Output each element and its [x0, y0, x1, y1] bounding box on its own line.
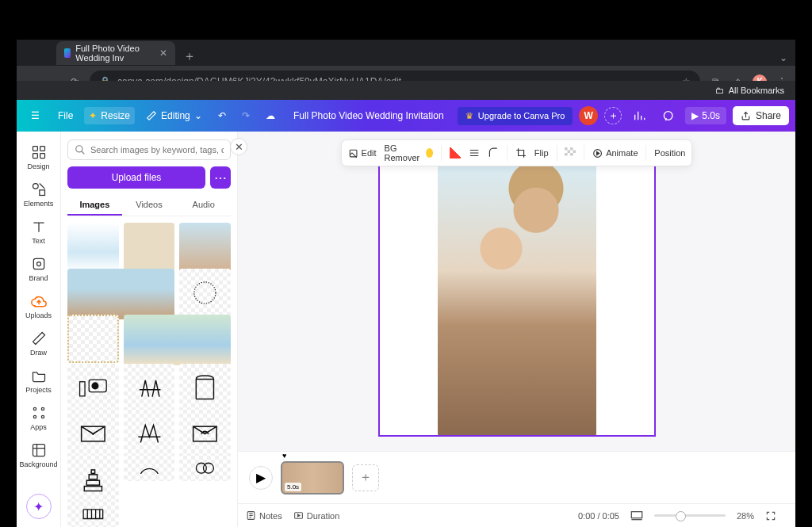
upload-thumb[interactable]	[124, 364, 175, 413]
canva-app: ☰ File ✦Resize Editing⌄ ↶ ↷ ☁ Full Photo…	[17, 100, 795, 527]
rail-uploads[interactable]: Uploads	[18, 288, 59, 324]
upload-thumb[interactable]	[124, 410, 175, 459]
duration-button[interactable]: Duration	[293, 510, 340, 521]
main-area: Design Elements Text Brand Uploads Draw …	[17, 132, 795, 527]
rail-design[interactable]: Design	[18, 139, 59, 175]
tab-close-icon[interactable]: ✕	[159, 48, 167, 59]
tab-audio[interactable]: Audio	[176, 195, 231, 216]
rail-draw[interactable]: Draw	[18, 326, 59, 361]
rail-background[interactable]: Background	[18, 437, 59, 473]
zoom-slider[interactable]	[654, 514, 726, 517]
upload-thumb[interactable]	[124, 223, 175, 272]
upload-thumb[interactable]	[67, 502, 119, 527]
collapse-panel-button[interactable]: ✕	[230, 138, 247, 155]
tab-videos[interactable]: Videos	[122, 195, 177, 216]
upload-more-button[interactable]: ⋯	[210, 166, 231, 189]
animate-button[interactable]: Animate	[592, 148, 638, 158]
new-tab-button[interactable]: ＋	[175, 48, 204, 65]
svg-point-9	[41, 407, 44, 410]
photo-element[interactable]	[438, 161, 596, 435]
upload-thumb[interactable]	[124, 456, 175, 481]
add-scene-button[interactable]: ＋	[352, 464, 379, 491]
upload-thumb[interactable]	[179, 269, 231, 318]
rail-apps[interactable]: Apps	[18, 400, 59, 436]
tab-title: Full Photo Video Wedding Inv	[75, 44, 155, 63]
undo-button[interactable]: ↶	[213, 107, 231, 124]
upload-files-button[interactable]: Upload files	[67, 166, 205, 189]
timeline-clip[interactable]: 5.0s	[281, 461, 344, 495]
corner-rounding-icon[interactable]	[488, 147, 499, 158]
tab-images[interactable]: Images	[67, 195, 122, 216]
time-display: 0:00 / 0:05	[578, 511, 619, 521]
resize-button[interactable]: ✦Resize	[84, 107, 135, 124]
svg-rect-31	[573, 151, 576, 154]
svg-rect-12	[33, 445, 44, 456]
file-menu[interactable]: File	[53, 107, 78, 124]
clip-duration-label: 5.0s	[285, 483, 301, 491]
view-mode-icon[interactable]	[630, 510, 643, 521]
upload-thumb[interactable]	[179, 410, 231, 459]
bottom-bar: Notes Duration 0:00 / 0:05 28%	[238, 503, 795, 527]
favicon-icon	[64, 48, 71, 58]
upload-thumb[interactable]	[67, 315, 119, 364]
upgrade-button[interactable]: ♛Upgrade to Canva Pro	[458, 107, 573, 125]
transparency-icon[interactable]	[565, 147, 576, 158]
svg-rect-2	[33, 154, 37, 158]
svg-point-25	[204, 463, 214, 473]
play-button[interactable]: ▶	[249, 466, 273, 490]
flip-button[interactable]: Flip	[534, 148, 549, 158]
upload-thumb[interactable]	[67, 364, 119, 413]
magic-button[interactable]: ✦	[26, 494, 52, 519]
menu-icon[interactable]: ☰	[23, 110, 47, 121]
border-weight-icon[interactable]	[469, 147, 480, 158]
media-tabs: Images Videos Audio	[67, 195, 231, 216]
edit-image-button[interactable]: Edit	[348, 148, 377, 158]
fullscreen-icon[interactable]	[765, 510, 776, 521]
upload-thumb[interactable]	[67, 410, 119, 459]
favorite-icon[interactable]: ♥	[282, 452, 286, 460]
upload-thumb[interactable]	[67, 269, 174, 319]
rail-elements[interactable]: Elements	[18, 177, 59, 212]
position-button[interactable]: Position	[654, 148, 685, 158]
search-field[interactable]	[90, 145, 224, 155]
upload-thumb[interactable]	[179, 364, 231, 413]
upload-thumb[interactable]	[124, 315, 231, 365]
search-icon	[75, 144, 86, 155]
browser-tab[interactable]: Full Photo Video Wedding Inv ✕	[56, 41, 175, 65]
rail-projects[interactable]: Projects	[18, 363, 59, 399]
play-preview-button[interactable]: ▶ 5.0s	[685, 107, 726, 124]
color-tool-icon[interactable]	[450, 147, 461, 158]
cloud-sync-icon[interactable]: ☁	[261, 107, 280, 124]
user-avatar[interactable]: W	[579, 106, 598, 125]
svg-point-13	[76, 146, 82, 152]
all-bookmarks-link[interactable]: All Bookmarks	[729, 86, 784, 95]
notes-button[interactable]: Notes	[246, 510, 282, 521]
svg-rect-5	[39, 190, 44, 196]
bg-remover-button[interactable]: BG Remover	[385, 143, 434, 162]
share-button[interactable]: Share	[733, 106, 789, 125]
window-dropdown-icon[interactable]: ⌄	[776, 51, 791, 65]
svg-rect-1	[40, 147, 44, 151]
upload-thumb[interactable]	[179, 223, 231, 272]
upload-thumb[interactable]	[179, 456, 231, 481]
editing-menu[interactable]: Editing⌄	[141, 107, 207, 124]
analytics-icon[interactable]	[628, 106, 650, 125]
svg-rect-29	[570, 147, 573, 151]
upload-thumb[interactable]	[67, 223, 119, 272]
search-input[interactable]	[67, 139, 231, 160]
document-title[interactable]: Full Photo Video Wedding Invitation	[293, 110, 444, 121]
upload-thumb[interactable]	[67, 456, 119, 505]
comment-icon[interactable]	[657, 106, 679, 125]
canvas-viewport[interactable]	[238, 132, 795, 451]
rail-brand[interactable]: Brand	[18, 251, 59, 287]
redo-button[interactable]: ↷	[237, 107, 255, 124]
app-topbar: ☰ File ✦Resize Editing⌄ ↶ ↷ ☁ Full Photo…	[17, 100, 795, 132]
uploads-panel: Upload files ⋯ Images Videos Audio	[61, 132, 238, 527]
page-selection-frame[interactable]	[378, 159, 656, 437]
crop-button[interactable]	[515, 147, 527, 158]
svg-rect-28	[565, 147, 568, 151]
add-collaborator-button[interactable]: ＋	[604, 107, 622, 124]
svg-rect-33	[570, 153, 573, 156]
rail-text[interactable]: Text	[18, 214, 59, 250]
zoom-level[interactable]: 28%	[737, 511, 754, 521]
